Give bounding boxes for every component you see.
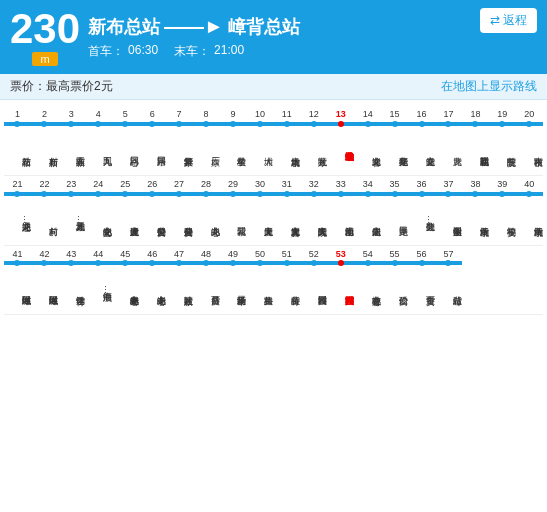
stop-cell[interactable]: 13双龙地铁站② <box>327 108 354 173</box>
stop-cell[interactable]: 12龙东社区 <box>300 108 327 173</box>
stop-name: 嶂背总站 <box>435 267 462 311</box>
stop-cell[interactable]: 22向前村 <box>31 178 58 243</box>
stop-cell[interactable]: 26世留公安分局 <box>139 178 166 243</box>
stop-number: 50 <box>255 249 265 260</box>
stop-line <box>300 122 327 126</box>
stop-line <box>58 122 85 126</box>
map-link[interactable]: 在地图上显示路线 <box>441 78 537 95</box>
stop-cell[interactable]: 24龙岗文化中心 <box>85 178 112 243</box>
return-button[interactable]: ⇄ 返程 <box>480 8 537 33</box>
stop-cell[interactable]: 10大埔 <box>246 108 273 173</box>
stop-number: 54 <box>363 249 373 260</box>
stop-name: 龙岗建设大厦 <box>112 198 139 242</box>
stop-cell[interactable]: 45奥林龙岗老十中心 <box>112 248 139 313</box>
stop-number: 33 <box>336 179 346 190</box>
stop-cell[interactable]: 7华源轩家具 <box>166 108 193 173</box>
stop-cell[interactable]: 53园湖科技园 <box>327 248 354 313</box>
stop-cell[interactable]: 36龙岗公数… <box>408 178 435 243</box>
stop-cell[interactable]: 20南联夜市 <box>516 108 543 173</box>
stop-line <box>273 122 300 126</box>
stop-cell[interactable]: 54龙育社康中心 <box>354 248 381 313</box>
stop-number: 48 <box>201 249 211 260</box>
stop-cell[interactable]: 21龙迁通龙岗… <box>4 178 31 243</box>
stop-name: 中海城域国际 <box>31 267 58 311</box>
stop-cell[interactable]: 14龙岗途客 <box>354 108 381 173</box>
stop-cell[interactable]: 9名星学校 <box>220 108 247 173</box>
stop-cell[interactable]: 47建新社区东 <box>166 248 193 313</box>
stop-cell[interactable]: 11新大坑市场 <box>273 108 300 173</box>
stop-cell[interactable]: 42中海城域国际 <box>31 248 58 313</box>
stop-number: 23 <box>66 179 76 190</box>
stop-cell[interactable]: 56重安百货 <box>408 248 435 313</box>
stop-cell[interactable]: 5同心路口 <box>112 108 139 173</box>
stop-number: 21 <box>12 179 22 190</box>
stop-cell[interactable]: 15龙岗华征苑 <box>381 108 408 173</box>
stop-cell[interactable]: 46龙岗老十中心 <box>139 248 166 313</box>
stop-name: 云康厂 <box>193 128 220 172</box>
stop-line <box>4 192 31 196</box>
stop-cell[interactable]: 55仁爱门诊 <box>381 248 408 313</box>
stop-cell[interactable]: 30龙岗天大厦 <box>246 178 273 243</box>
stop-cell[interactable]: 51嶂背桥头 <box>273 248 300 313</box>
stop-cell[interactable]: 28龙岗儿中心 <box>193 178 220 243</box>
stop-cell[interactable]: 33爱地南山郡 <box>327 178 354 243</box>
stop-number: 40 <box>524 179 534 190</box>
stop-cell[interactable]: 48昌盛百货 <box>193 248 220 313</box>
stop-cell[interactable]: 49爱联第二市场 <box>220 248 247 313</box>
stop-name: 九九同工 <box>85 128 112 172</box>
stop-cell[interactable]: 38黄阁坑市场 <box>462 178 489 243</box>
stop-name: 奥林龙岗老十中心 <box>112 267 139 311</box>
stop-cell[interactable]: 17龙腾 <box>435 108 462 173</box>
stop-line <box>435 261 462 265</box>
header: 230 m 新布总站 ——► 嶂背总站 首车： 06:30 末车： 21:00 … <box>0 0 547 74</box>
stop-cell[interactable]: 23三和龙场人才… <box>58 178 85 243</box>
stop-name: 龙岗儿中心 <box>193 198 220 242</box>
route-title: 新布总站 ——► 嶂背总站 首车： 06:30 末车： 21:00 <box>80 15 480 60</box>
stop-cell[interactable]: 57嶂背总站 <box>435 248 462 313</box>
stop-cell[interactable]: 6同乐路口 <box>139 108 166 173</box>
stop-cell[interactable]: 1新布总站 <box>4 108 31 173</box>
stop-number: 34 <box>363 179 373 190</box>
stop-cell[interactable]: 19慈安医院 <box>489 108 516 173</box>
stop-dot <box>445 191 451 197</box>
stop-line <box>354 122 381 126</box>
stop-name: 同乐路口 <box>139 128 166 172</box>
stop-cell[interactable]: 35龙平路口 <box>381 178 408 243</box>
stop-dot <box>365 191 371 197</box>
stop-cell[interactable]: 39福安学校 <box>489 178 516 243</box>
stop-cell[interactable]: 25龙岗建设大厦 <box>112 178 139 243</box>
stop-line <box>58 192 85 196</box>
stop-cell[interactable]: 31龙岗宾客大厦 <box>273 178 300 243</box>
stop-cell[interactable]: 41中海城域国际 <box>4 248 31 313</box>
stop-cell[interactable]: 34龙岗依山居 <box>354 178 381 243</box>
stop-cell[interactable]: 29紫花园 <box>220 178 247 243</box>
stop-dot <box>41 121 47 127</box>
stop-number: 25 <box>120 179 130 190</box>
stop-line <box>435 122 462 126</box>
stop-number: 19 <box>497 109 507 120</box>
stop-cell[interactable]: 37留学生创业园 <box>435 178 462 243</box>
stop-dot <box>122 260 128 266</box>
stop-dot <box>68 260 74 266</box>
stop-line <box>31 192 58 196</box>
stop-cell[interactable]: 8云康厂 <box>193 108 220 173</box>
stop-cell[interactable]: 27建留公安分局 <box>166 178 193 243</box>
stops-grid: 1新布总站2新布新村3新布工业区4九九同工5同心路口6同乐路口7华源轩家具8云康… <box>4 106 543 315</box>
stop-number: 22 <box>39 179 49 190</box>
stop-cell[interactable]: 16龙岗会堂 <box>408 108 435 173</box>
stop-dot <box>311 121 317 127</box>
stop-cell[interactable]: 32龙岗人民医院 <box>300 178 327 243</box>
stop-cell[interactable]: 44中海航酒… <box>85 248 112 313</box>
stop-line <box>300 192 327 196</box>
stop-cell[interactable]: 3新布工业区 <box>58 108 85 173</box>
stops-row: 21龙迁通龙岗…22向前村23三和龙场人才…24龙岗文化中心25龙岗建设大厦26… <box>4 176 543 246</box>
stop-cell[interactable]: 18南联鹏达花园 <box>462 108 489 173</box>
stop-cell[interactable]: 50如路桥头 <box>246 248 273 313</box>
stop-cell[interactable]: 2新布新村 <box>31 108 58 173</box>
stop-cell[interactable]: 43体育运动学 <box>58 248 85 313</box>
stop-cell[interactable]: 40黄阁坑市场 <box>516 178 543 243</box>
stop-dot <box>14 191 20 197</box>
stop-cell[interactable]: 52园湖科技园 <box>300 248 327 313</box>
stop-cell[interactable]: 4九九同工 <box>85 108 112 173</box>
stop-name: 黄阁坑市场 <box>462 198 489 242</box>
